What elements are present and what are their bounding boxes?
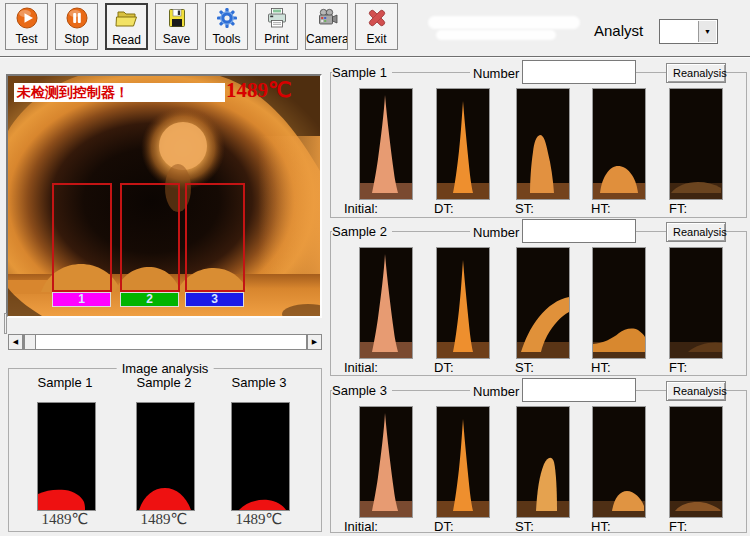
exit-button[interactable]: Exit (355, 3, 398, 50)
pause-icon (65, 6, 89, 30)
ash-fusion-analyzer-window: Test Stop Read Save Tools Print Camera (0, 0, 750, 536)
stage-thumbnail-ht (592, 247, 646, 359)
toolbar-button-label: Exit (356, 32, 397, 46)
ia-sample3-label: Sample 3 (224, 375, 294, 390)
sample1-stage-strip: Initial:DT:ST:HT:FT: (331, 73, 746, 217)
stage-thumbnail-initial (359, 406, 413, 518)
stage-label: Initial: (344, 201, 378, 216)
sample2-stage-strip: Initial:DT:ST:HT:FT: (331, 232, 746, 375)
toolbar-button-label: Stop (56, 32, 97, 46)
toolbar-button-label: Tools (206, 32, 247, 46)
scroll-left-icon[interactable]: ◀ (8, 334, 23, 350)
stage-thumbnail-initial (359, 247, 413, 359)
movie-camera-icon (315, 6, 339, 30)
stage-thumbnail-dt (436, 406, 490, 518)
ia-sample2-temperature: 1489℃ (129, 510, 199, 528)
stage-label: FT: (669, 519, 687, 534)
analyst-dropdown[interactable]: ▼ (659, 19, 718, 44)
sample1-marker-bar: 1 (52, 292, 111, 307)
stage-label: DT: (434, 201, 454, 216)
printer-icon (265, 6, 289, 30)
stage-label: FT: (669, 360, 687, 375)
ia-sample3-thumbnail (231, 402, 290, 511)
ia-sample2-thumbnail (136, 402, 195, 511)
stage-label: HT: (591, 519, 611, 534)
sample3-stage-strip: Initial:DT:ST:HT:FT: (331, 391, 746, 532)
stage-label: DT: (434, 360, 454, 375)
stage-thumbnail-st (516, 247, 570, 359)
camera-horizontal-scrollbar[interactable]: ◀ ▶ (8, 334, 322, 350)
ia-sample1-label: Sample 1 (30, 375, 100, 390)
stage-thumbnail-dt (436, 247, 490, 359)
stage-thumbnail-ht (592, 88, 646, 200)
stage-label: DT: (434, 519, 454, 534)
camera-button[interactable]: Camera (305, 3, 348, 50)
furnace-camera-view: 未检测到控制器！ 1489℃ 1 2 3 (6, 74, 322, 318)
stage-label: ST: (515, 519, 534, 534)
toolbar-divider-highlight (0, 57, 750, 58)
sample1-group: Sample 1 Number Reanalysis Initial:DT:ST… (330, 72, 747, 218)
image-analysis-group: Image analysis Sample 1 Sample 2 Sample … (8, 368, 322, 532)
scrollbar-track[interactable] (23, 334, 307, 350)
stage-label: Initial: (344, 360, 378, 375)
redacted-area (428, 16, 580, 29)
stage-label: Initial: (344, 519, 378, 534)
image-analysis-title: Image analysis (117, 361, 214, 376)
stage-thumbnail-ft (669, 406, 723, 518)
toolbar-button-label: Test (6, 32, 47, 46)
chevron-down-icon[interactable]: ▼ (698, 21, 716, 42)
stop-button[interactable]: Stop (55, 3, 98, 50)
stage-label: ST: (515, 360, 534, 375)
save-button[interactable]: Save (155, 3, 198, 50)
stage-thumbnail-dt (436, 88, 490, 200)
close-x-icon (365, 6, 389, 30)
toolbar-button-label: Read (107, 33, 146, 47)
scrollbar-thumb[interactable] (24, 334, 36, 350)
ia-sample3-temperature: 1489℃ (224, 510, 294, 528)
folder-icon (115, 7, 139, 31)
sample2-group: Sample 2 Number Reanalysis Initial:DT:ST… (330, 231, 747, 376)
stage-label: ST: (515, 201, 534, 216)
sample3-marker-bar: 3 (185, 292, 244, 307)
sample2-roi-rect (120, 183, 180, 292)
stage-thumbnail-ft (669, 88, 723, 200)
sample2-marker-bar: 2 (120, 292, 179, 307)
ia-sample1-thumbnail (37, 402, 96, 511)
ia-sample1-temperature: 1489℃ (30, 510, 100, 528)
stage-thumbnail-st (516, 88, 570, 200)
stage-label: HT: (591, 360, 611, 375)
sample3-roi-rect (185, 183, 245, 292)
stage-thumbnail-ht (592, 406, 646, 518)
stage-label: HT: (591, 201, 611, 216)
stage-thumbnail-st (516, 406, 570, 518)
floppy-icon (165, 6, 189, 30)
stage-thumbnail-initial (359, 88, 413, 200)
sample3-group: Sample 3 Number Reanalysis Initial:DT:ST… (330, 390, 747, 533)
test-button[interactable]: Test (5, 3, 48, 50)
redacted-area (436, 30, 556, 40)
sample1-roi-rect (52, 183, 112, 292)
play-icon (15, 6, 39, 30)
tools-button[interactable]: Tools (205, 3, 248, 50)
stage-label: FT: (669, 201, 687, 216)
scroll-right-icon[interactable]: ▶ (307, 334, 322, 350)
gear-icon (215, 6, 239, 30)
furnace-temperature-readout: 1489℃ (226, 78, 292, 103)
ia-sample2-label: Sample 2 (129, 375, 199, 390)
read-button[interactable]: Read (105, 3, 148, 50)
vertical-scrollbar-stub (4, 313, 7, 334)
toolbar-button-label: Save (156, 32, 197, 46)
toolbar-button-label: Camera (306, 32, 347, 46)
stage-thumbnail-ft (669, 247, 723, 359)
print-button[interactable]: Print (255, 3, 298, 50)
toolbar-button-label: Print (256, 32, 297, 46)
analyst-label: Analyst (594, 22, 643, 39)
controller-warning-message: 未检测到控制器！ (14, 83, 225, 102)
